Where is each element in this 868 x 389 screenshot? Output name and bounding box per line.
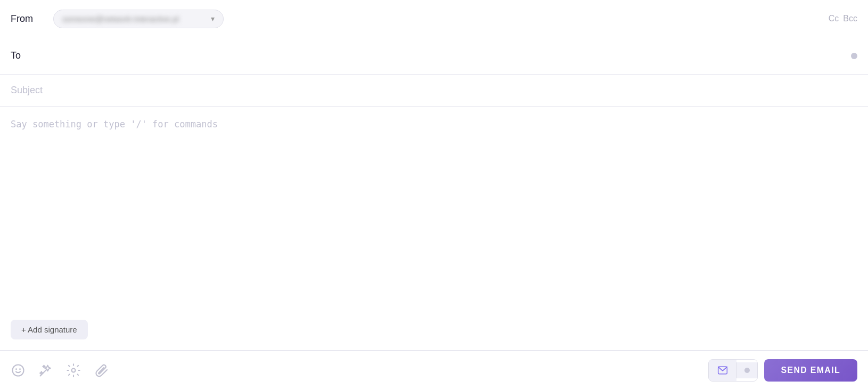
toolbar-right: SEND EMAIL: [708, 359, 857, 382]
subject-input[interactable]: [11, 85, 857, 96]
send-options-group: [708, 359, 758, 382]
svg-point-0: [13, 364, 24, 376]
from-row: From someone@network-interactive.pl ▾ Cc…: [0, 0, 868, 37]
from-dropdown[interactable]: someone@network-interactive.pl ▾: [53, 10, 224, 28]
body-area: + Add signature: [0, 107, 868, 351]
settings-icon[interactable]: [66, 363, 81, 378]
send-email-button[interactable]: SEND EMAIL: [764, 359, 857, 382]
compose-container: From someone@network-interactive.pl ▾ Cc…: [0, 0, 868, 389]
emoji-svg: [11, 363, 26, 378]
gear-svg: [66, 363, 81, 378]
from-email: someone@network-interactive.pl: [62, 14, 206, 23]
send-envelope-button[interactable]: [709, 360, 736, 381]
send-dot-indicator: [744, 368, 750, 373]
bcc-button[interactable]: Bcc: [843, 14, 857, 23]
cc-bcc-area: Cc Bcc: [829, 14, 857, 23]
attachment-icon[interactable]: [94, 363, 109, 378]
emoji-icon[interactable]: [11, 363, 26, 378]
magic-icon[interactable]: [38, 363, 53, 378]
paperclip-svg: [94, 363, 109, 378]
envelope-icon: [717, 365, 728, 376]
cc-button[interactable]: Cc: [829, 14, 839, 23]
to-status-dot: [851, 53, 857, 59]
from-label: From: [11, 13, 53, 25]
to-input-area: [53, 51, 851, 61]
magic-svg: [38, 363, 53, 378]
body-textarea[interactable]: [11, 117, 857, 311]
chevron-down-icon: ▾: [211, 14, 215, 23]
send-dot-button[interactable]: [736, 362, 757, 378]
toolbar: SEND EMAIL: [0, 351, 868, 389]
subject-row: [0, 75, 868, 107]
to-label: To: [11, 50, 53, 61]
to-row: To: [0, 37, 868, 75]
add-signature-button[interactable]: + Add signature: [11, 320, 88, 339]
to-input[interactable]: [53, 51, 851, 61]
svg-point-4: [72, 368, 76, 372]
